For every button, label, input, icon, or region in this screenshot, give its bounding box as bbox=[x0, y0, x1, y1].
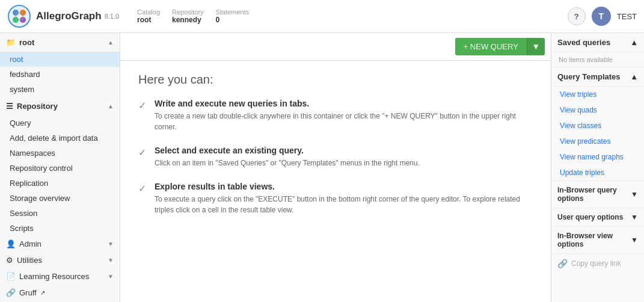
welcome-item-desc-1: Click on an item in "Saved Queries" or "… bbox=[155, 158, 420, 168]
gruff-external-icon: ↗ bbox=[40, 289, 45, 296]
utilities-chevron-icon: ▼ bbox=[108, 257, 114, 263]
sidebar-item-namespaces[interactable]: Namespaces bbox=[0, 146, 120, 161]
query-templates-label: Query Templates bbox=[557, 72, 621, 81]
check-icon-2: ✓ bbox=[138, 183, 146, 215]
saved-queries-chevron-icon: ▲ bbox=[630, 38, 638, 47]
welcome-panel: Here you can: ✓ Write and execute new qu… bbox=[120, 61, 551, 302]
sidebar-item-session[interactable]: Session bbox=[0, 206, 120, 221]
repository-label: Repository bbox=[172, 8, 204, 16]
sidebar-item-replication[interactable]: Replication bbox=[0, 176, 120, 191]
repository-chevron-icon: ▲ bbox=[108, 103, 114, 109]
sidebar-root-label: root bbox=[19, 38, 34, 47]
in-browser-query-chevron-icon: ▼ bbox=[631, 190, 638, 199]
main-layout: 📁 root ▲ root fedshard system ☰ Reposito… bbox=[0, 33, 644, 302]
welcome-item-title-1: Select and execute an existing query. bbox=[155, 146, 420, 155]
check-icon-1: ✓ bbox=[138, 147, 146, 168]
user-name: TEST bbox=[617, 12, 637, 21]
toolbar: + NEW QUERY ▼ bbox=[120, 33, 551, 61]
sidebar-item-utilities[interactable]: ⚙ Utilities ▼ bbox=[0, 252, 120, 268]
rp-view-triples[interactable]: View triples bbox=[551, 87, 644, 102]
welcome-item-desc-2: To execute a query click on the "EXECUTE… bbox=[155, 194, 533, 215]
catalog-meta: Catalog root bbox=[137, 8, 160, 24]
sidebar-root-header[interactable]: 📁 root ▲ bbox=[0, 33, 120, 52]
in-browser-view-label: In-Browser view options bbox=[557, 232, 631, 248]
sidebar-item-system[interactable]: system bbox=[0, 82, 120, 97]
catalog-value: root bbox=[137, 16, 151, 24]
repository-meta: Repository kennedy bbox=[172, 8, 204, 24]
welcome-item-0: ✓ Write and execute new queries in tabs.… bbox=[138, 99, 533, 132]
user-avatar: T bbox=[592, 7, 611, 26]
new-query-dropdown-button[interactable]: ▼ bbox=[527, 38, 545, 55]
sidebar-repository-header[interactable]: ☰ Repository ▲ bbox=[0, 97, 120, 116]
content-area: + NEW QUERY ▼ Here you can: ✓ Write and … bbox=[120, 33, 551, 302]
in-browser-view-header[interactable]: In-Browser view options ▼ bbox=[551, 226, 644, 253]
user-query-options-header[interactable]: User query options ▼ bbox=[551, 208, 644, 226]
utilities-label: Utilities bbox=[17, 256, 42, 265]
rp-view-named-graphs[interactable]: View named graphs bbox=[551, 149, 644, 165]
no-items-label: No items available bbox=[551, 52, 644, 67]
header-right: ? T TEST bbox=[568, 7, 637, 26]
in-browser-view-chevron-icon: ▼ bbox=[631, 236, 638, 244]
rp-view-quads[interactable]: View quads bbox=[551, 102, 644, 118]
folder-icon: 📁 bbox=[6, 38, 16, 47]
sidebar-item-repository-control[interactable]: Repository control bbox=[0, 161, 120, 176]
in-browser-query-label: In-Browser query options bbox=[557, 186, 631, 203]
sidebar: 📁 root ▲ root fedshard system ☰ Reposito… bbox=[0, 33, 120, 302]
user-query-options-chevron-icon: ▼ bbox=[631, 213, 638, 221]
gruff-label: Gruff bbox=[19, 288, 37, 297]
welcome-item-content-1: Select and execute an existing query. Cl… bbox=[155, 146, 420, 168]
utilities-icon: ⚙ bbox=[6, 256, 13, 265]
admin-icon: 👤 bbox=[6, 239, 16, 248]
in-browser-query-header[interactable]: In-Browser query options ▼ bbox=[551, 180, 644, 208]
copy-query-link-label: Copy query link bbox=[571, 259, 621, 268]
welcome-item-desc-0: To create a new tab double-click anywher… bbox=[155, 111, 533, 132]
query-templates-chevron-icon: ▲ bbox=[630, 72, 638, 81]
header-meta: Catalog root Repository kennedy Statemen… bbox=[137, 8, 249, 24]
user-query-options-label: User query options bbox=[557, 213, 623, 221]
sidebar-item-gruff[interactable]: 🔗 Gruff ↗ bbox=[0, 285, 120, 301]
learning-chevron-icon: ▼ bbox=[108, 273, 114, 280]
sidebar-item-add-delete[interactable]: Add, delete & import data bbox=[0, 131, 120, 146]
logo-area: AllegroGraph 8.1.0 bbox=[7, 4, 119, 28]
welcome-item-content-2: Explore results in table views. To execu… bbox=[155, 182, 533, 215]
dropdown-arrow-icon: ▼ bbox=[532, 42, 540, 51]
saved-queries-header[interactable]: Saved queries ▲ bbox=[551, 33, 644, 52]
gruff-icon: 🔗 bbox=[6, 288, 16, 297]
learning-icon: 📄 bbox=[6, 272, 16, 281]
rp-view-classes[interactable]: View classes bbox=[551, 118, 644, 134]
sidebar-item-root[interactable]: root bbox=[0, 52, 120, 67]
statements-meta: Statements 0 bbox=[216, 8, 250, 24]
statements-label: Statements bbox=[216, 8, 250, 16]
rp-view-predicates[interactable]: View predicates bbox=[551, 134, 644, 149]
list-icon: ☰ bbox=[6, 102, 13, 111]
rp-update-triples[interactable]: Update triples bbox=[551, 165, 644, 180]
repository-value: kennedy bbox=[172, 16, 201, 24]
copy-query-link: 🔗 Copy query link bbox=[551, 253, 644, 273]
app-name: AllegroGraph bbox=[36, 10, 102, 22]
query-templates-header[interactable]: Query Templates ▲ bbox=[551, 67, 644, 87]
sidebar-item-query[interactable]: Query bbox=[0, 116, 120, 131]
saved-queries-label: Saved queries bbox=[557, 38, 610, 47]
welcome-item-content-0: Write and execute new queries in tabs. T… bbox=[155, 99, 533, 132]
admin-chevron-icon: ▼ bbox=[108, 241, 114, 247]
new-query-button[interactable]: + NEW QUERY bbox=[455, 38, 527, 55]
sidebar-item-learning-resources[interactable]: 📄 Learning Resources ▼ bbox=[0, 268, 120, 285]
sidebar-item-storage-overview[interactable]: Storage overview bbox=[0, 191, 120, 206]
header: AllegroGraph 8.1.0 Catalog root Reposito… bbox=[0, 0, 644, 33]
sidebar-item-scripts[interactable]: Scripts bbox=[0, 221, 120, 236]
welcome-item-title-2: Explore results in table views. bbox=[155, 182, 533, 191]
sidebar-item-fedshard[interactable]: fedshard bbox=[0, 67, 120, 82]
help-button[interactable]: ? bbox=[568, 7, 586, 25]
learning-label: Learning Resources bbox=[19, 272, 89, 281]
sidebar-repository-label: Repository bbox=[17, 102, 58, 111]
right-panel: Saved queries ▲ No items available Query… bbox=[551, 33, 644, 302]
statements-value: 0 bbox=[216, 16, 220, 24]
admin-label: Admin bbox=[19, 239, 41, 248]
welcome-item-title-0: Write and execute new queries in tabs. bbox=[155, 99, 533, 108]
sidebar-item-admin[interactable]: 👤 Admin ▼ bbox=[0, 236, 120, 252]
root-chevron-icon: ▲ bbox=[108, 39, 114, 46]
new-query-label: + NEW QUERY bbox=[464, 42, 518, 51]
svg-point-0 bbox=[8, 5, 30, 27]
app-version: 8.1.0 bbox=[105, 13, 119, 20]
welcome-item-1: ✓ Select and execute an existing query. … bbox=[138, 146, 533, 168]
